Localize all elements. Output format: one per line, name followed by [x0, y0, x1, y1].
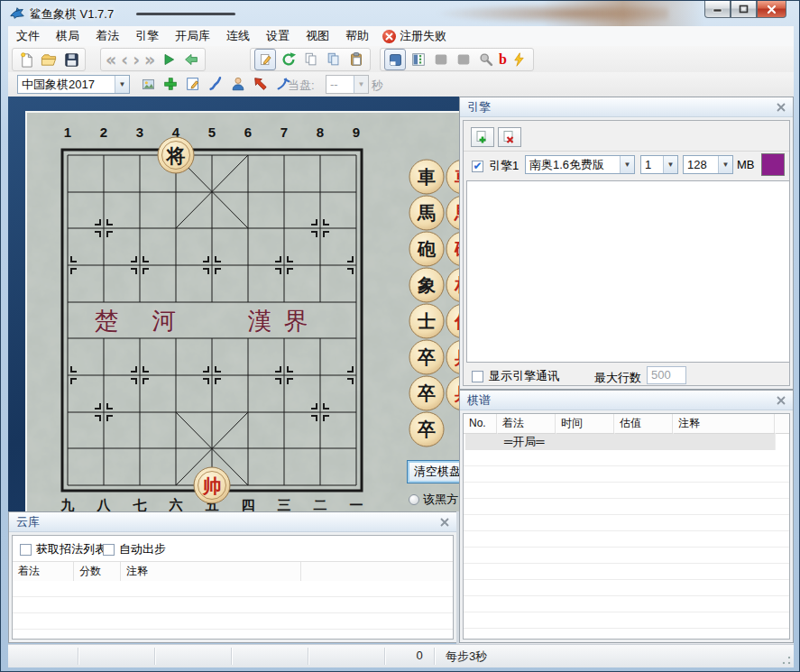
- engine-hash-select[interactable]: 128 ▼: [683, 155, 733, 174]
- titlebar-wallpaper-line: [136, 13, 235, 15]
- save-button[interactable]: [61, 50, 81, 69]
- last-move-button[interactable]: »: [143, 51, 156, 69]
- chevron-down-icon[interactable]: ▼: [718, 156, 732, 173]
- engine-color-swatch[interactable]: [761, 153, 785, 176]
- titlebar-glass-blur2: [434, 3, 668, 24]
- engine-output-list[interactable]: [466, 180, 790, 363]
- play-button[interactable]: [159, 50, 179, 69]
- refresh-button[interactable]: [279, 50, 299, 69]
- svg-text:8: 8: [317, 124, 324, 140]
- first-move-button[interactable]: «: [105, 51, 117, 69]
- open-file-button[interactable]: [39, 50, 59, 69]
- show-engine-comm-checkbox[interactable]: 显示引擎通讯: [472, 368, 559, 384]
- menu-moves[interactable]: 着法: [87, 26, 127, 46]
- caption-buttons: [704, 1, 786, 18]
- maximize-button[interactable]: [731, 1, 757, 18]
- menu-online[interactable]: 连线: [218, 26, 258, 46]
- per-move-unit: 秒: [372, 78, 383, 94]
- clear-board-button[interactable]: 清空棋盘: [407, 460, 461, 483]
- menu-settings[interactable]: 设置: [258, 26, 298, 46]
- per-move-value: --: [326, 78, 354, 91]
- book-view-button[interactable]: [138, 74, 158, 94]
- opening-book-select[interactable]: 中国象棋2017 ▼: [17, 75, 130, 94]
- engine-threads-select[interactable]: 1 ▼: [640, 155, 678, 174]
- copy-board-button[interactable]: [324, 50, 344, 69]
- new-file-button[interactable]: [16, 50, 36, 69]
- takeback-button[interactable]: [181, 50, 201, 69]
- xiangqi-board[interactable]: 12 34 56 78 9 九八 七六 五四 三二 一 楚 河 漢 界: [27, 113, 461, 512]
- svg-text:7: 7: [280, 124, 288, 140]
- record-panel-title: 棋谱: [460, 391, 793, 410]
- book-add-button[interactable]: [161, 74, 180, 94]
- menu-view[interactable]: 视图: [298, 26, 337, 46]
- cloud-panel-title: 云库: [9, 512, 456, 532]
- bold-comment-button[interactable]: b: [499, 51, 507, 68]
- menu-openingbook[interactable]: 开局库: [167, 26, 218, 46]
- remove-engine-button[interactable]: [498, 127, 521, 147]
- menu-help[interactable]: 帮助: [337, 26, 377, 46]
- player-info-button[interactable]: [228, 74, 248, 94]
- register-failed-item[interactable]: 注册失败: [377, 26, 452, 46]
- red-arrow-button[interactable]: [251, 74, 271, 94]
- edit-position-button[interactable]: [254, 49, 276, 70]
- lightning-analyze-button[interactable]: [510, 50, 529, 69]
- svg-text:砲: 砲: [417, 239, 437, 259]
- board-window-button[interactable]: [384, 49, 406, 70]
- col-no: No.: [464, 414, 497, 433]
- menu-game[interactable]: 棋局: [48, 26, 87, 46]
- black-turn-radio[interactable]: 该黑方: [409, 492, 458, 508]
- svg-text:一: 一: [350, 497, 363, 512]
- cloud-panel-body: 获取招法列表 自动出步 着法 分数 注释: [12, 535, 454, 640]
- opening-book-value: 中国象棋2017: [18, 77, 115, 93]
- add-engine-button[interactable]: [471, 127, 494, 147]
- svg-text:四: 四: [242, 497, 255, 512]
- book-brush-button[interactable]: [206, 74, 225, 94]
- panel-splitter[interactable]: [456, 511, 459, 644]
- next-move-button[interactable]: ›: [132, 51, 141, 69]
- board-panel: 12 34 56 78 9 九八 七六 五四 三二 一 楚 河 漢 界: [25, 111, 461, 512]
- search-disabled-icon: [476, 50, 496, 69]
- record-table[interactable]: No. 着法 时间 估值 注释 ═开局═: [463, 413, 790, 640]
- svg-text:漢: 漢: [248, 307, 272, 335]
- copy-fen-button[interactable]: [301, 50, 321, 69]
- max-lines-input[interactable]: 500: [647, 366, 686, 384]
- engine-panel-body: ✔ 引擎1 南奥1.6免费版 ▼ 1 ▼ 128 ▼ MB 显示引擎通讯: [463, 120, 790, 386]
- menu-file[interactable]: 文件: [8, 26, 48, 46]
- engine-name-select[interactable]: 南奥1.6免费版 ▼: [525, 155, 635, 174]
- per-move-label: 当盘:: [288, 78, 315, 94]
- chevron-down-icon[interactable]: ▼: [115, 76, 129, 93]
- svg-text:楚: 楚: [95, 307, 119, 335]
- col-score: 分数: [74, 562, 121, 581]
- checkbox-unchecked-icon: [472, 371, 483, 382]
- svg-text:帅: 帅: [202, 475, 222, 496]
- menu-engine[interactable]: 引擎: [127, 26, 167, 46]
- engine-panel-close-icon[interactable]: [775, 101, 787, 114]
- stone-texture: [27, 113, 461, 512]
- svg-text:卒: 卒: [417, 383, 436, 403]
- cloud-panel-close-icon[interactable]: [438, 516, 451, 529]
- book-edit-button[interactable]: [183, 74, 203, 94]
- auto-move-checkbox[interactable]: 自动出步: [103, 541, 166, 557]
- svg-text:1: 1: [64, 124, 71, 140]
- paste-button[interactable]: [346, 50, 366, 69]
- col-comment: 注释: [673, 414, 775, 433]
- disabled-tool-button-1: [431, 50, 451, 69]
- cloud-table-header: 着法 分数 注释: [13, 562, 453, 582]
- checkbox-unchecked-icon: [103, 544, 115, 556]
- toolbar-book: 中国象棋2017 ▼ 当盘:: [8, 72, 794, 97]
- chevron-down-icon[interactable]: ▼: [620, 156, 634, 173]
- svg-text:九: 九: [60, 497, 75, 512]
- resize-grip[interactable]: [781, 655, 792, 666]
- title-bar[interactable]: 鲨鱼象棋 V1.7.7: [1, 1, 799, 26]
- engine1-enabled-checkbox[interactable]: ✔ 引擎1: [472, 158, 519, 174]
- record-panel-close-icon[interactable]: [775, 394, 787, 407]
- piece-red-general[interactable]: 帅: [194, 467, 230, 503]
- get-moves-checkbox[interactable]: 获取招法列表: [20, 541, 106, 557]
- record-row-opening[interactable]: ═开局═: [465, 434, 775, 450]
- piece-black-general[interactable]: 将: [158, 137, 194, 173]
- close-button[interactable]: [757, 1, 786, 18]
- panel-layout-button[interactable]: [409, 50, 428, 69]
- prev-move-button[interactable]: ‹: [120, 51, 129, 69]
- chevron-down-icon[interactable]: ▼: [663, 156, 677, 173]
- minimize-button[interactable]: [704, 1, 731, 18]
